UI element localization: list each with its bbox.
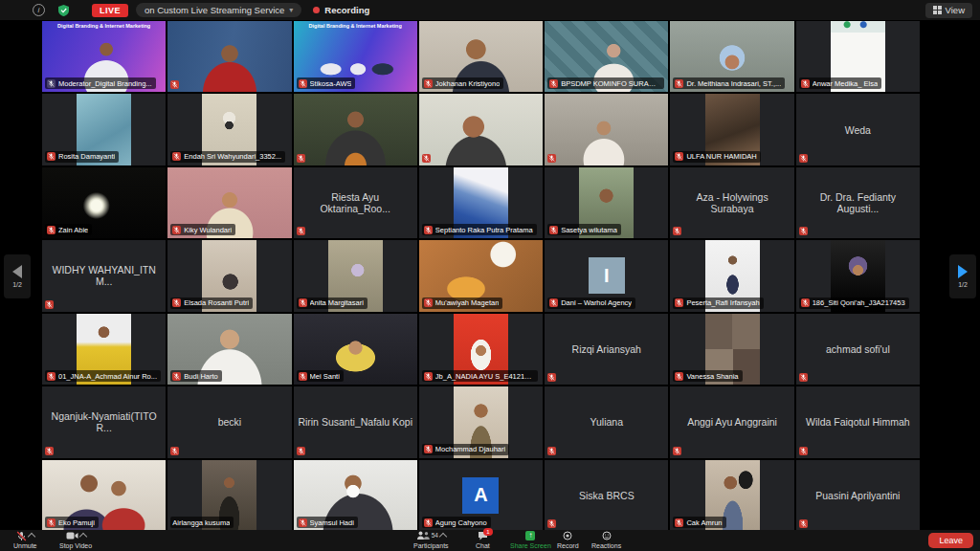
participant-name: Kiky Wulandari [184, 226, 232, 234]
participants-count: 54 [432, 532, 438, 539]
live-stream-service-dropdown[interactable]: on Custom Live Streaming Service ▾ [136, 3, 301, 17]
participant-tile[interactable]: Jokhanan Kristiyono [419, 21, 543, 92]
next-page-button[interactable]: 1/2 [949, 254, 976, 298]
participant-tile[interactable]: Airlangga kusuma [167, 460, 291, 531]
participant-tile[interactable]: Riesta Ayu Oktarina_Roo... [294, 167, 417, 238]
participant-tile[interactable]: Wilda Faiqotul Himmah [796, 386, 920, 457]
muted-mic-icon [172, 372, 181, 381]
participant-name-badge: 01_JNA-A_Achmad Ainur Ro... [45, 370, 161, 382]
participant-tile[interactable] [294, 94, 417, 165]
participant-tile[interactable]: WIDHY WAHYANI_ITN M... [42, 240, 166, 311]
muted-mic-icon [675, 518, 683, 527]
participant-tile[interactable]: Digital Branding & Internet MarketingSti… [294, 21, 417, 92]
participant-tile[interactable]: Mei Santi [294, 314, 417, 385]
participant-tile[interactable]: AAgung Cahyono [419, 460, 543, 531]
muted-mic-icon [424, 79, 433, 88]
participant-name-badge: Syamsul Hadi [297, 517, 358, 528]
participant-tile[interactable]: Sasetya wilutama [545, 167, 668, 238]
participant-tile[interactable]: Siska BRCS [545, 460, 668, 531]
participant-tile[interactable]: 186_Siti Qoni'ah_J3A217453 [796, 240, 920, 311]
participant-name: Anita Margitasari [310, 298, 364, 307]
participant-tile[interactable]: Peserta_Rafi Irfansyah [670, 240, 793, 311]
participant-name-badge: Cak Amrun [673, 517, 725, 528]
participant-tile[interactable] [419, 94, 543, 165]
participant-name-badge: Budi Harto [170, 370, 221, 382]
participant-tile[interactable]: Syamsul Hadi [294, 460, 417, 531]
muted-mic-icon [172, 152, 181, 161]
participant-tile[interactable]: Budi Harto [167, 314, 291, 385]
participant-tile[interactable]: Anggi Ayu Anggraini [670, 386, 793, 457]
record-button[interactable]: Record [557, 531, 579, 549]
participant-tile[interactable]: achmad sofi'ul [796, 314, 920, 385]
participant-tile[interactable]: BPSDMP KOMINFO SURABAYA [545, 21, 668, 92]
participant-name-centered: Dr. Dra. Fedianty Augusti... [796, 167, 920, 238]
share-screen-button[interactable]: ↑ Share Screen [510, 531, 551, 549]
participant-tile[interactable]: Anita Margitasari [294, 240, 417, 311]
participant-tile[interactable]: Rizqi Ariansyah [545, 314, 668, 385]
participant-tile[interactable]: becki [167, 386, 291, 457]
participant-tile[interactable]: 01_JNA-A_Achmad Ainur Ro... [42, 314, 166, 385]
participant-name-badge: Moderator_Digital Branding... [45, 77, 156, 89]
muted-mic-icon [424, 518, 433, 527]
participant-tile[interactable]: Dr. Dra. Fedianty Augusti... [796, 167, 920, 238]
participant-name-badge [45, 447, 54, 455]
participant-tile[interactable]: Kiky Wulandari [167, 167, 291, 238]
participant-tile[interactable]: IDani – Warhol Agency [545, 240, 668, 311]
participant-tile[interactable]: ULFA NUR HAMIDAH [670, 94, 793, 165]
participant-name-badge: Eko Pamuji [45, 517, 99, 528]
participant-tile[interactable]: Jb_A_NADIA AYU S_E412103... [419, 314, 543, 385]
participant-tile[interactable]: Dr. Meithiana Indrasari, ST.,... [670, 21, 793, 92]
participant-tile[interactable]: Puasini Aprilyantini [796, 460, 920, 531]
view-button[interactable]: View [925, 3, 972, 18]
unmute-button[interactable]: Unmute [13, 531, 37, 549]
muted-mic-icon [299, 372, 307, 381]
participant-tile[interactable]: Elsada Rosanti Putri [167, 240, 291, 311]
participant-tile[interactable]: Mu'awiyah Magetan [419, 240, 543, 311]
participant-tile[interactable] [545, 94, 668, 165]
participant-tile[interactable]: Anwar Medika_ Elsa [796, 21, 920, 92]
participant-tile[interactable]: Nganjuk-Nyamiati(TITO R... [42, 386, 166, 457]
muted-mic-icon [299, 518, 307, 527]
chevron-left-icon [12, 265, 22, 278]
participant-tile[interactable]: Zain Abie [42, 167, 166, 238]
participant-name-centered: becki [167, 386, 291, 457]
unmute-options-chevron[interactable] [28, 533, 35, 540]
participant-name-badge [45, 300, 54, 309]
participant-tile[interactable]: Rosita Damayanti [42, 94, 166, 165]
participant-tile[interactable] [167, 21, 291, 92]
prev-page-button[interactable]: 1/2 [4, 254, 31, 298]
reactions-button[interactable]: Reactions [591, 531, 621, 549]
participant-tile[interactable]: Aza - Holywings Surabaya [670, 167, 793, 238]
gallery-view-icon [933, 6, 942, 14]
info-icon[interactable]: i [33, 4, 45, 16]
participant-name-badge: Septianto Raka Putra Pratama [422, 224, 537, 235]
muted-mic-icon [45, 447, 54, 455]
participants-button[interactable]: 54 Participants [413, 531, 449, 549]
participant-name: BPSDMP KOMINFO SURABAYA [561, 79, 660, 88]
participants-options-chevron[interactable] [439, 533, 447, 540]
video-banner-text: Digital Branding & Internet Marketing [42, 23, 166, 29]
participant-name: ULFA NUR HAMIDAH [686, 152, 756, 161]
participant-tile[interactable]: Eko Pamuji [42, 460, 166, 531]
participant-tile[interactable]: Cak Amrun [670, 460, 793, 531]
participant-name: Vanessa Shania [686, 372, 738, 381]
participant-name-badge [547, 154, 556, 163]
participant-name-badge: Zain Abie [45, 224, 92, 235]
participant-name: Zain Abie [58, 226, 88, 234]
participants-grid: Digital Branding & Internet MarketingMod… [42, 21, 920, 531]
muted-mic-icon [799, 227, 808, 235]
participant-tile[interactable]: Septianto Raka Putra Pratama [419, 167, 543, 238]
chat-button[interactable]: 1 Chat [476, 531, 490, 549]
encryption-shield-icon[interactable] [58, 5, 69, 16]
participant-tile[interactable]: Digital Branding & Internet MarketingMod… [42, 21, 166, 92]
participant-tile[interactable]: Mochammad Djauhari [419, 386, 543, 457]
participant-tile[interactable]: Weda [796, 94, 920, 165]
participant-tile[interactable]: Vanessa Shania [670, 314, 793, 385]
stop-video-button[interactable]: Stop Video [59, 531, 92, 549]
muted-mic-icon [299, 298, 307, 307]
participant-tile[interactable]: Ririn Susanti_Nafalu Kopi [294, 386, 417, 457]
stop-video-options-chevron[interactable] [78, 533, 86, 540]
leave-button[interactable]: Leave [928, 533, 973, 548]
participant-tile[interactable]: Endah Sri Wahyundari_3352... [167, 94, 291, 165]
participant-tile[interactable]: Yuliana [545, 386, 668, 457]
